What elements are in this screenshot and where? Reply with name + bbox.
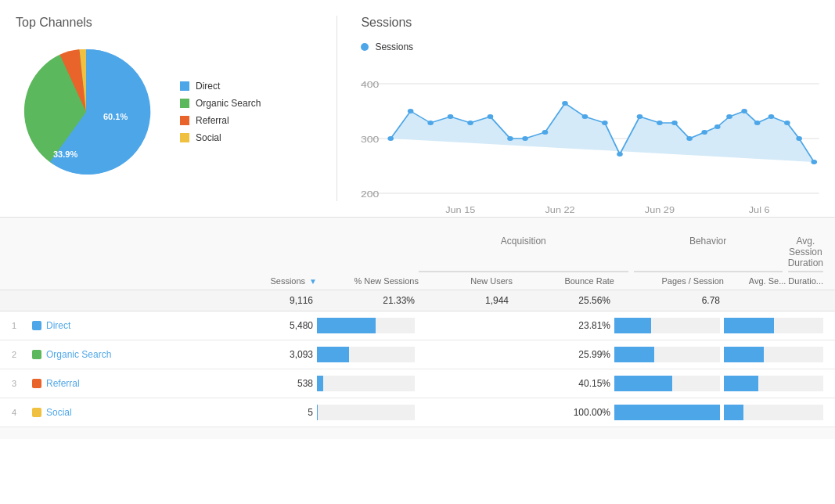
social-link[interactable]: Social: [46, 407, 72, 418]
col-pages-header[interactable]: Pages / Session: [614, 276, 724, 286]
row1-sessions: 5,480: [215, 320, 317, 331]
social-channel-icon: [32, 408, 41, 417]
row4-name: 4 Social: [12, 407, 215, 418]
row3-bounce: 40.15%: [513, 378, 614, 389]
legend-organic-label: Organic Search: [196, 98, 261, 109]
svg-point-25: [672, 121, 678, 125]
avg-session-group-header: Avg. Session Duration: [788, 229, 823, 272]
total-new-sessions: 21.33%: [317, 295, 419, 306]
svg-point-32: [768, 114, 775, 119]
table-row: 3 Referral 538 40.15%: [0, 369, 835, 398]
row2-bounce: 25.99%: [513, 349, 614, 360]
svg-point-28: [714, 124, 721, 129]
row3-name: 3 Referral: [12, 378, 215, 389]
direct-color-icon: [180, 81, 189, 91]
svg-text:60.1%: 60.1%: [103, 112, 128, 121]
svg-point-20: [582, 114, 588, 119]
svg-point-10: [388, 136, 394, 141]
svg-point-31: [754, 121, 761, 125]
referral-link[interactable]: Referral: [46, 378, 80, 389]
pie-chart: 60.1% 33.9%: [16, 41, 157, 182]
sort-arrow-icon: ▼: [309, 277, 317, 286]
sessions-legend-label: Sessions: [375, 41, 413, 52]
svg-point-16: [508, 136, 514, 141]
direct-channel-icon: [32, 321, 41, 330]
col-avg-header[interactable]: Avg. Se... Duratio...: [724, 276, 823, 286]
col-name-header: [12, 276, 215, 286]
row2-new-sessions-bar: [317, 347, 419, 362]
legend-social-label: Social: [196, 132, 221, 143]
referral-channel-icon: [32, 379, 41, 388]
acquisition-group-header: Acquisition: [419, 229, 628, 272]
total-pages-session: 6.78: [614, 295, 724, 306]
row2-sessions: 3,093: [215, 349, 317, 360]
svg-point-34: [797, 136, 803, 141]
totals-row: 9,116 21.33% 1,944 25.56% 6.78: [0, 290, 835, 311]
svg-point-27: [702, 130, 708, 135]
sessions-line-chart: 400 300 200: [361, 60, 819, 201]
table-row: 2 Organic Search 3,093 25.99%: [0, 340, 835, 369]
row4-number: 4: [12, 408, 23, 417]
row2-name: 2 Organic Search: [12, 349, 215, 360]
row1-name: 1 Direct: [12, 320, 215, 331]
row1-new-sessions-bar: [317, 318, 419, 333]
svg-text:Jun 29: Jun 29: [645, 206, 675, 214]
total-bounce-rate: 25.56%: [513, 295, 614, 306]
col-new-users-header[interactable]: New Users: [419, 276, 513, 286]
svg-point-12: [428, 121, 434, 125]
row3-sessions: 538: [215, 378, 317, 389]
col-sessions-header[interactable]: Sessions ▼: [215, 276, 317, 286]
row2-pages-bar: [614, 347, 724, 362]
organic-link[interactable]: Organic Search: [46, 349, 111, 360]
social-color-icon: [180, 133, 189, 142]
row3-number: 3: [12, 379, 23, 388]
row4-pages-bar: [614, 405, 724, 420]
svg-point-18: [542, 130, 549, 135]
svg-point-17: [523, 136, 529, 141]
row3-new-sessions-bar: [317, 376, 419, 391]
col-new-sessions-header[interactable]: % New Sessions: [317, 276, 419, 286]
svg-point-13: [448, 114, 454, 119]
col-new-users-label: New Users: [470, 276, 513, 286]
referral-color-icon: [180, 116, 189, 125]
direct-link[interactable]: Direct: [46, 320, 70, 331]
svg-point-11: [408, 109, 414, 113]
behavior-group-header: Behavior: [634, 229, 783, 272]
row4-bounce: 100.00%: [513, 407, 614, 418]
row2-avg: [724, 347, 823, 362]
svg-point-22: [617, 152, 624, 157]
row3-avg: [724, 376, 823, 391]
svg-point-30: [742, 109, 748, 113]
col-bounce-header[interactable]: Bounce Rate: [513, 276, 614, 286]
organic-channel-icon: [32, 350, 41, 359]
legend-referral: Referral: [180, 115, 261, 126]
col-sessions-label: Sessions: [270, 276, 305, 286]
row2-number: 2: [12, 350, 23, 359]
row1-avg: [724, 318, 823, 333]
svg-text:Jul 6: Jul 6: [749, 206, 770, 214]
svg-point-33: [784, 121, 790, 125]
top-channels-title: Top Channels: [16, 16, 321, 30]
group-headers: Acquisition Behavior Avg. Session Durati…: [0, 229, 835, 272]
svg-point-14: [468, 121, 474, 125]
legend-referral-label: Referral: [196, 115, 229, 126]
col-avg-label: Avg. Se... Duratio...: [749, 276, 823, 286]
svg-point-29: [727, 114, 733, 119]
svg-point-21: [602, 121, 608, 125]
row4-sessions: 5: [215, 407, 317, 418]
legend-organic: Organic Search: [180, 98, 261, 109]
column-headers: Sessions ▼ % New Sessions New Users Boun…: [0, 272, 835, 290]
total-sessions: 9,116: [215, 295, 317, 306]
svg-text:400: 400: [361, 80, 379, 89]
svg-point-19: [563, 101, 569, 106]
organic-color-icon: [180, 99, 189, 108]
svg-point-23: [637, 114, 643, 119]
svg-text:Jun 15: Jun 15: [446, 206, 476, 214]
chart-legend: Direct Organic Search Referral Social: [180, 81, 261, 143]
svg-text:300: 300: [361, 135, 379, 144]
svg-text:Jun 22: Jun 22: [545, 206, 575, 214]
svg-marker-9: [391, 103, 815, 162]
svg-point-15: [488, 114, 494, 119]
table-row: 4 Social 5 100.00%: [0, 398, 835, 427]
col-bounce-label: Bounce Rate: [564, 276, 614, 286]
